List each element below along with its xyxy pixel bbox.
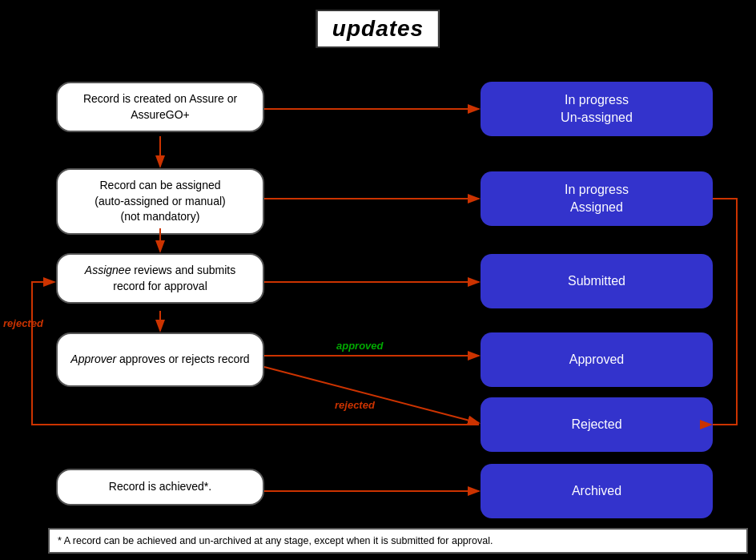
- rejected-left-label: rejected: [3, 317, 44, 329]
- svg-line-9: [264, 367, 479, 423]
- box-created: Record is created on Assure or AssureGO+: [56, 82, 264, 132]
- title-box: updates: [316, 10, 440, 48]
- right-assigned-text: In progressAssigned: [565, 181, 629, 217]
- box-approver-text: Approver approves or rejects record: [70, 352, 249, 368]
- box-assigned-text: Record can be assigned(auto-assigned or …: [94, 179, 225, 223]
- approved-label: approved: [336, 340, 384, 352]
- right-unassigned-text: In progressUn-assigned: [561, 91, 633, 127]
- right-rejected: Rejected: [481, 397, 713, 452]
- box-achieved-text: Record is achieved*.: [109, 479, 211, 495]
- right-archived: Archived: [481, 464, 713, 518]
- footnote: * A record can be achieved and un-archiv…: [48, 528, 748, 554]
- diagram-container: updates Record is created on Assure or A…: [0, 0, 756, 560]
- right-assigned: In progressAssigned: [481, 171, 713, 226]
- right-submitted-text: Submitted: [568, 272, 625, 290]
- right-archived-text: Archived: [572, 482, 621, 500]
- box-assignee-text: Assignee reviews and submits record for …: [85, 264, 235, 292]
- right-submitted: Submitted: [481, 254, 713, 308]
- box-approver: Approver approves or rejects record: [56, 332, 264, 387]
- box-created-text: Record is created on Assure or AssureGO+: [83, 92, 237, 121]
- title-text: updates: [332, 16, 424, 41]
- right-approved: Approved: [481, 332, 713, 387]
- footnote-text: * A record can be achieved and un-archiv…: [58, 535, 493, 546]
- right-approved-text: Approved: [569, 351, 625, 369]
- rejected-right-label: rejected: [335, 399, 376, 411]
- box-assigned: Record can be assigned(auto-assigned or …: [56, 168, 264, 235]
- right-unassigned: In progressUn-assigned: [481, 82, 713, 136]
- right-rejected-text: Rejected: [571, 416, 621, 433]
- box-achieved: Record is achieved*.: [56, 469, 264, 506]
- box-assignee: Assignee reviews and submits record for …: [56, 253, 264, 304]
